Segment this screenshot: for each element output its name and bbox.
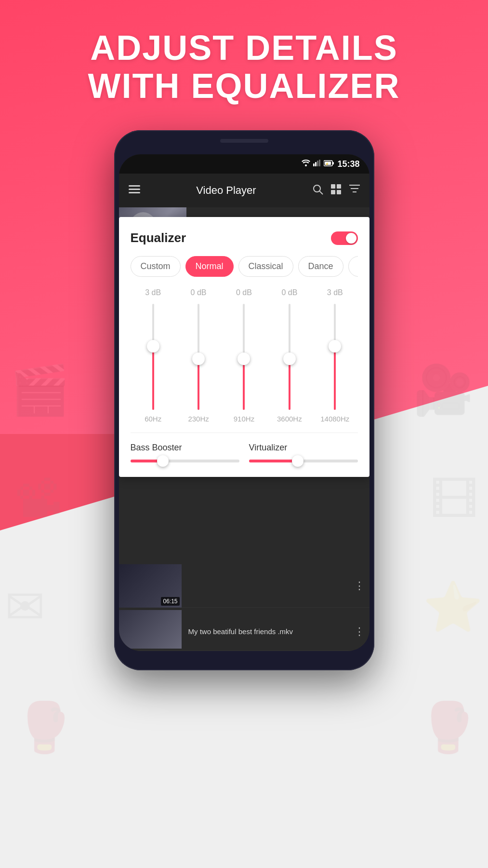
- bass-booster-thumb[interactable]: [157, 455, 169, 467]
- virtualizer-slider[interactable]: [249, 460, 358, 462]
- band-db-4: 0 dB: [281, 288, 297, 299]
- hamburger-icon[interactable]: [129, 184, 140, 197]
- eq-band-230hz: 0 dB 230Hz: [179, 288, 218, 423]
- slider-container-1[interactable]: [152, 304, 155, 410]
- eq-band-3600hz: 0 dB 3600Hz: [270, 288, 309, 423]
- band-hz-5: 14080Hz: [320, 415, 349, 423]
- slider-track-5: [334, 304, 336, 410]
- preset-normal[interactable]: Normal: [185, 256, 234, 277]
- svg-line-13: [319, 191, 323, 194]
- slider-thumb-5[interactable]: [329, 340, 341, 353]
- slider-thumb-2[interactable]: [192, 353, 205, 365]
- video-item-small-1: 06:15 ⋮: [119, 564, 369, 608]
- phone-frame: ⚡ 15:38 Video Player: [114, 130, 374, 670]
- preset-classical[interactable]: Classical: [238, 256, 293, 277]
- band-db-2: 0 dB: [191, 288, 207, 299]
- slider-thumb-3[interactable]: [237, 353, 250, 365]
- signal-icon: [313, 160, 321, 168]
- watermark-icon-2: 📽: [14, 473, 63, 528]
- slider-fill-4: [289, 359, 290, 410]
- status-bar: ⚡ 15:38: [119, 154, 369, 174]
- equalizer-dialog: Equalizer Custom Normal Classical Dance: [119, 217, 369, 477]
- svg-rect-11: [129, 192, 140, 193]
- thumb-duration: 06:15: [161, 597, 179, 606]
- slider-track-1: [152, 304, 154, 410]
- more-options-icon-small-2[interactable]: ⋮: [349, 621, 369, 643]
- svg-rect-14: [331, 184, 335, 189]
- wifi-icon: [302, 160, 310, 168]
- phone-notch: [220, 139, 268, 143]
- effects-row: Bass Booster Virtualizer: [131, 443, 358, 462]
- watermark-icon-4: 🥊: [14, 699, 75, 756]
- headline: ADJUST DETAILS WITH EQUALIZER: [0, 29, 488, 105]
- bass-booster-slider[interactable]: [131, 460, 239, 462]
- video-item-small-2: My two beatiful best friends .mkv ⋮: [119, 608, 369, 651]
- watermark-icon-5: 🎥: [413, 362, 474, 419]
- slider-thumb-4[interactable]: [283, 353, 296, 365]
- band-hz-4: 3600Hz: [277, 415, 302, 423]
- watermark-icon-7: ⭐: [423, 579, 483, 636]
- band-db-3: 0 dB: [236, 288, 252, 299]
- preset-row: Custom Normal Classical Dance Fla...: [131, 256, 358, 277]
- preset-fla[interactable]: Fla...: [348, 256, 358, 277]
- band-hz-2: 230Hz: [188, 415, 209, 423]
- slider-track-4: [289, 304, 290, 410]
- video-list-bottom: 06:15 ⋮ My two beatiful best friends .mk…: [119, 564, 369, 651]
- slider-fill-1: [152, 346, 154, 410]
- virtualizer-fill: [249, 460, 298, 462]
- slider-container-2[interactable]: [197, 304, 200, 410]
- headline-line2: WITH EQUALIZER: [88, 67, 400, 105]
- watermark-icon-8: 🥊: [418, 699, 478, 756]
- watermark-icon-6: 🎞: [430, 473, 478, 528]
- slider-fill-3: [243, 359, 245, 410]
- virtualizer-thumb[interactable]: [292, 455, 303, 467]
- app-bar: Video Player: [119, 174, 369, 207]
- search-icon[interactable]: [313, 184, 323, 197]
- svg-rect-17: [337, 190, 341, 194]
- headline-line1: ADJUST DETAILS: [90, 28, 398, 67]
- svg-rect-4: [319, 160, 320, 166]
- slider-container-5[interactable]: [333, 304, 336, 410]
- slider-container-3[interactable]: [242, 304, 245, 410]
- slider-container-4[interactable]: [288, 304, 291, 410]
- watermark-icon-1: 🎬: [10, 362, 70, 419]
- bass-booster: Bass Booster: [131, 443, 239, 462]
- virtualizer-label: Virtualizer: [249, 443, 358, 453]
- video-info-small-2: My two beatiful best friends .mkv: [182, 622, 349, 641]
- video-info-small-1: [182, 581, 349, 591]
- eq-toggle[interactable]: [331, 231, 358, 245]
- band-hz-3: 910Hz: [234, 415, 254, 423]
- video-name-small-2: My two beatiful best friends .mkv: [188, 627, 343, 637]
- battery-icon: ⚡: [324, 160, 334, 168]
- eq-band-60hz: 3 dB 60Hz: [134, 288, 172, 423]
- band-db-5: 3 dB: [327, 288, 343, 299]
- eq-title: Equalizer: [131, 231, 186, 245]
- slider-thumb-1[interactable]: [147, 340, 159, 353]
- more-options-icon-small-1[interactable]: ⋮: [349, 575, 369, 597]
- band-db-1: 3 dB: [145, 288, 161, 299]
- status-time: 15:38: [337, 159, 359, 169]
- thumb-small-1: 06:15: [119, 564, 182, 608]
- bass-booster-label: Bass Booster: [131, 443, 239, 453]
- svg-text:⚡: ⚡: [325, 162, 329, 166]
- eq-sliders: 3 dB 60Hz 0 dB: [131, 288, 358, 423]
- svg-rect-6: [332, 162, 334, 164]
- grid-icon[interactable]: [331, 184, 342, 197]
- eq-header: Equalizer: [131, 231, 358, 245]
- svg-point-12: [314, 185, 320, 192]
- svg-rect-15: [337, 184, 341, 189]
- svg-rect-3: [317, 161, 318, 166]
- svg-rect-16: [331, 190, 335, 194]
- preset-custom[interactable]: Custom: [131, 256, 181, 277]
- eq-band-14080hz: 3 dB 14080Hz: [316, 288, 354, 423]
- filter-icon[interactable]: [349, 184, 360, 197]
- preset-dance[interactable]: Dance: [298, 256, 343, 277]
- thumb-image-small-2: [119, 610, 182, 649]
- slider-fill-5: [334, 346, 336, 410]
- svg-point-0: [305, 164, 307, 166]
- slider-fill-2: [198, 359, 199, 410]
- svg-rect-10: [129, 189, 140, 190]
- status-icons: ⚡ 15:38: [302, 159, 359, 169]
- slider-track-3: [243, 304, 245, 410]
- virtualizer: Virtualizer: [249, 443, 358, 462]
